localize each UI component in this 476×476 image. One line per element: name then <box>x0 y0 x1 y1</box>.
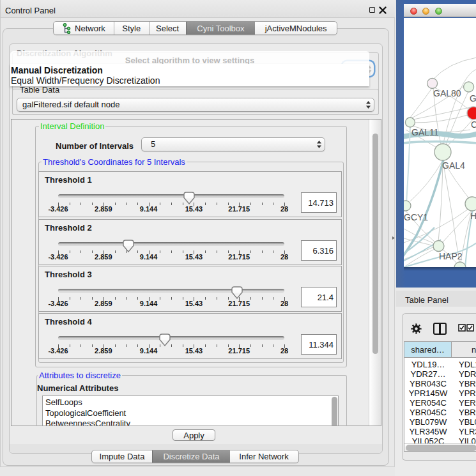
svg-text:GCY1: GCY1 <box>404 212 428 222</box>
svg-text:GAL11: GAL11 <box>411 127 439 137</box>
svg-text:C: C <box>471 119 476 130</box>
svg-text:HAP2: HAP2 <box>439 251 463 261</box>
svg-text:GAL4: GAL4 <box>442 160 465 171</box>
svg-text:H: H <box>470 211 476 221</box>
svg-text:GAL80: GAL80 <box>433 88 461 98</box>
svg-text:G: G <box>470 93 476 104</box>
